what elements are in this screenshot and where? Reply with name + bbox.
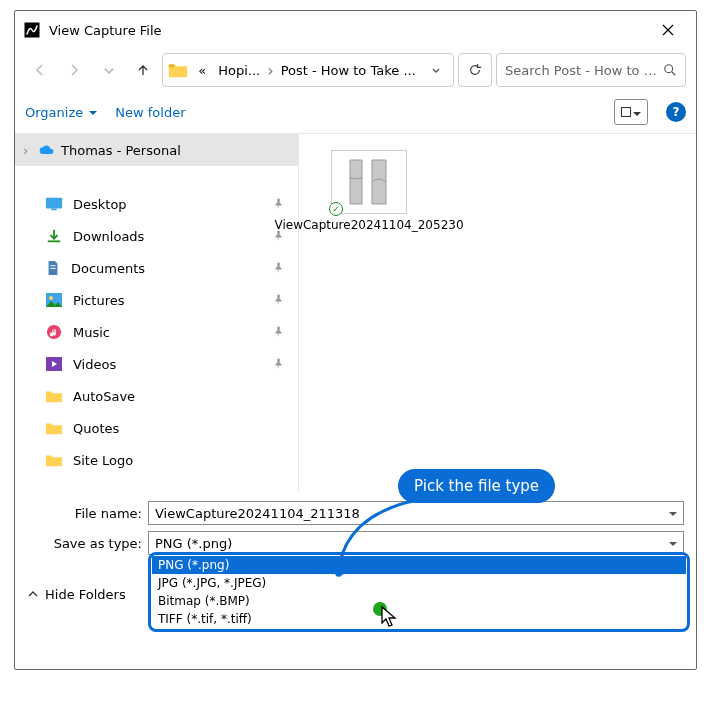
breadcrumb-part[interactable]: Post - How to Take ... <box>276 60 421 81</box>
svg-rect-7 <box>50 268 55 269</box>
chevron-right-icon: › <box>23 143 33 158</box>
chevron-down-icon <box>669 506 677 521</box>
forward-button[interactable] <box>59 54 89 86</box>
organize-menu[interactable]: Organize <box>25 105 97 120</box>
tree-item-videos[interactable]: Videos <box>15 348 298 380</box>
search-placeholder: Search Post - How to Take a... <box>505 63 657 78</box>
file-item[interactable]: ✓ ViewCapture20241104_205230 <box>309 150 429 234</box>
tree-item-quotes[interactable]: Quotes <box>15 412 298 444</box>
svg-rect-6 <box>50 265 55 266</box>
refresh-button[interactable] <box>458 53 492 87</box>
breadcrumb[interactable]: « Hopi... › Post - How to Take ... <box>162 53 454 87</box>
type-option[interactable]: TIFF (*.tif, *.tiff) <box>152 610 686 628</box>
cloud-icon <box>39 142 55 158</box>
pin-icon <box>273 293 284 308</box>
chevron-down-icon <box>89 105 97 120</box>
tree-item-downloads[interactable]: Downloads <box>15 220 298 252</box>
tree-item-documents[interactable]: Documents <box>15 252 298 284</box>
svg-rect-1 <box>169 65 175 68</box>
window-title: View Capture File <box>49 23 648 38</box>
type-option[interactable]: Bitmap (*.BMP) <box>152 592 686 610</box>
view-mode-button[interactable] <box>614 99 648 125</box>
tree-item-music[interactable]: Music <box>15 316 298 348</box>
file-pane[interactable]: ✓ ViewCapture20241104_205230 <box>299 134 696 491</box>
svg-rect-3 <box>46 198 62 209</box>
svg-point-9 <box>49 296 53 300</box>
cursor-icon <box>380 605 400 633</box>
tree-item-personal[interactable]: › Thomas - Personal <box>15 134 298 166</box>
tree-item-site-logo[interactable]: Site Logo <box>15 444 298 476</box>
pin-icon <box>273 325 284 340</box>
close-button[interactable] <box>648 15 688 45</box>
new-folder-button[interactable]: New folder <box>115 105 185 120</box>
search-input[interactable]: Search Post - How to Take a... <box>496 53 686 87</box>
back-button[interactable] <box>25 54 55 86</box>
saveastype-label: Save as type: <box>27 536 142 551</box>
up-button[interactable] <box>128 54 158 86</box>
breadcrumb-part[interactable]: Hopi... <box>213 60 265 81</box>
svg-rect-5 <box>48 240 60 242</box>
chevron-down-icon <box>669 536 677 551</box>
recent-dropdown-icon[interactable] <box>94 54 124 86</box>
chevron-up-icon <box>27 588 39 600</box>
tree-item-autosave[interactable]: AutoSave <box>15 380 298 412</box>
breadcrumb-dropdown-icon[interactable] <box>423 65 449 75</box>
folder-icon <box>167 59 189 81</box>
annotation-arrow <box>332 494 472 594</box>
check-icon: ✓ <box>329 202 343 216</box>
chevron-right-icon: › <box>267 61 273 80</box>
file-label: ViewCapture20241104_205230 <box>274 218 463 234</box>
pin-icon <box>273 229 284 244</box>
folder-tree[interactable]: › Thomas - Personal DesktopDownloadsDocu… <box>15 134 299 491</box>
app-icon <box>23 21 41 39</box>
pin-icon <box>273 357 284 372</box>
help-button[interactable]: ? <box>666 102 686 122</box>
svg-rect-4 <box>51 209 56 211</box>
chevron-down-icon <box>633 103 641 122</box>
filename-label: File name: <box>27 506 142 521</box>
breadcrumb-prefix[interactable]: « <box>193 60 211 81</box>
search-icon <box>663 63 677 77</box>
svg-point-2 <box>665 65 673 73</box>
hide-folders-toggle[interactable]: Hide Folders <box>27 587 126 602</box>
annotation-callout: Pick the file type <box>398 469 555 503</box>
file-thumbnail <box>331 150 407 214</box>
pin-icon <box>273 197 284 212</box>
tree-item-pictures[interactable]: Pictures <box>15 284 298 316</box>
pin-icon <box>273 261 284 276</box>
tree-item-desktop[interactable]: Desktop <box>15 188 298 220</box>
